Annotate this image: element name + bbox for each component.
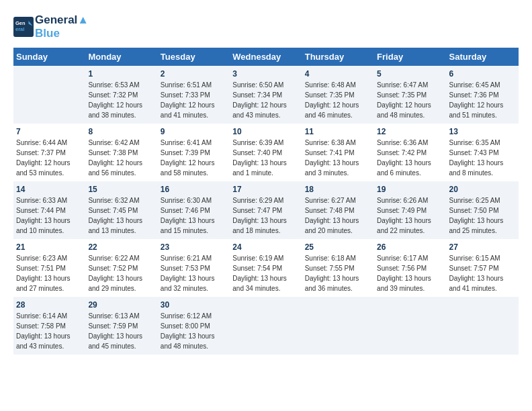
calendar-cell [13, 66, 85, 124]
day-info: Sunrise: 6:36 AMSunset: 7:42 PMDaylight:… [377, 138, 443, 178]
calendar-cell [374, 297, 446, 355]
calendar-cell: 21Sunrise: 6:23 AMSunset: 7:51 PMDayligh… [13, 239, 85, 297]
day-info: Sunrise: 6:39 AMSunset: 7:40 PMDaylight:… [232, 138, 299, 178]
col-saturday: Saturday [447, 48, 519, 66]
calendar-cell: 28Sunrise: 6:14 AMSunset: 7:58 PMDayligh… [13, 297, 85, 355]
day-number: 18 [305, 185, 371, 194]
day-number: 6 [449, 69, 516, 79]
svg-text:Gen: Gen [15, 20, 26, 26]
day-number: 14 [16, 185, 83, 194]
calendar-cell: 2Sunrise: 6:51 AMSunset: 7:33 PMDaylight… [158, 66, 230, 124]
day-number: 1 [88, 69, 154, 79]
day-number: 7 [16, 127, 83, 136]
day-number: 9 [161, 127, 227, 136]
calendar-cell: 24Sunrise: 6:19 AMSunset: 7:54 PMDayligh… [230, 239, 302, 297]
day-info: Sunrise: 6:44 AMSunset: 7:37 PMDaylight:… [16, 138, 83, 178]
calendar-cell: 17Sunrise: 6:29 AMSunset: 7:47 PMDayligh… [230, 181, 302, 239]
day-number: 11 [305, 127, 371, 136]
calendar-cell: 16Sunrise: 6:30 AMSunset: 7:46 PMDayligh… [158, 181, 230, 239]
day-info: Sunrise: 6:13 AMSunset: 7:59 PMDaylight:… [88, 311, 154, 351]
day-number: 25 [305, 242, 371, 252]
day-info: Sunrise: 6:22 AMSunset: 7:52 PMDaylight:… [88, 253, 154, 293]
logo-name: General▲ [35, 13, 89, 27]
calendar-week-row: 21Sunrise: 6:23 AMSunset: 7:51 PMDayligh… [13, 239, 519, 297]
calendar-cell: 6Sunrise: 6:45 AMSunset: 7:36 PMDaylight… [447, 66, 519, 124]
calendar-cell: 3Sunrise: 6:50 AMSunset: 7:34 PMDaylight… [230, 66, 302, 124]
calendar-cell: 12Sunrise: 6:36 AMSunset: 7:42 PMDayligh… [374, 124, 446, 181]
day-number: 2 [161, 69, 227, 79]
day-number: 27 [449, 242, 516, 252]
calendar-header-row: Sunday Monday Tuesday Wednesday Thursday… [13, 48, 519, 66]
day-info: Sunrise: 6:21 AMSunset: 7:53 PMDaylight:… [161, 253, 227, 293]
day-number: 20 [449, 185, 516, 194]
day-info: Sunrise: 6:41 AMSunset: 7:39 PMDaylight:… [161, 138, 227, 178]
calendar-cell: 20Sunrise: 6:25 AMSunset: 7:50 PMDayligh… [447, 181, 519, 239]
col-sunday: Sunday [13, 48, 85, 66]
calendar-table: Sunday Monday Tuesday Wednesday Thursday… [13, 48, 519, 355]
day-number: 29 [88, 300, 154, 310]
day-info: Sunrise: 6:30 AMSunset: 7:46 PMDaylight:… [161, 195, 227, 236]
day-info: Sunrise: 6:48 AMSunset: 7:35 PMDaylight:… [305, 80, 371, 120]
col-tuesday: Tuesday [158, 48, 230, 66]
col-monday: Monday [85, 48, 157, 66]
day-number: 19 [377, 185, 443, 194]
calendar-body: 1Sunrise: 6:53 AMSunset: 7:32 PMDaylight… [13, 66, 519, 355]
day-number: 12 [377, 127, 443, 136]
col-wednesday: Wednesday [230, 48, 302, 66]
day-number: 10 [232, 127, 299, 136]
day-info: Sunrise: 6:15 AMSunset: 7:57 PMDaylight:… [449, 253, 516, 293]
calendar-cell: 15Sunrise: 6:32 AMSunset: 7:45 PMDayligh… [85, 181, 157, 239]
day-info: Sunrise: 6:51 AMSunset: 7:33 PMDaylight:… [161, 80, 227, 120]
day-number: 13 [449, 127, 516, 136]
day-number: 4 [305, 69, 371, 79]
day-info: Sunrise: 6:26 AMSunset: 7:49 PMDaylight:… [377, 195, 443, 236]
day-info: Sunrise: 6:29 AMSunset: 7:47 PMDaylight:… [232, 195, 299, 236]
calendar-week-row: 7Sunrise: 6:44 AMSunset: 7:37 PMDaylight… [13, 124, 519, 181]
calendar-cell: 8Sunrise: 6:42 AMSunset: 7:38 PMDaylight… [85, 124, 157, 181]
calendar-cell: 27Sunrise: 6:15 AMSunset: 7:57 PMDayligh… [447, 239, 519, 297]
calendar-cell [447, 297, 519, 355]
day-info: Sunrise: 6:45 AMSunset: 7:36 PMDaylight:… [449, 80, 516, 120]
day-number: 5 [377, 69, 443, 79]
day-info: Sunrise: 6:47 AMSunset: 7:35 PMDaylight:… [377, 80, 443, 120]
calendar-cell: 9Sunrise: 6:41 AMSunset: 7:39 PMDaylight… [158, 124, 230, 181]
calendar-cell: 14Sunrise: 6:33 AMSunset: 7:44 PMDayligh… [13, 181, 85, 239]
day-info: Sunrise: 6:35 AMSunset: 7:43 PMDaylight:… [449, 138, 516, 178]
calendar-cell: 18Sunrise: 6:27 AMSunset: 7:48 PMDayligh… [302, 181, 374, 239]
day-number: 8 [88, 127, 154, 136]
day-number: 24 [232, 242, 299, 252]
day-number: 17 [232, 185, 299, 194]
calendar-cell: 26Sunrise: 6:17 AMSunset: 7:56 PMDayligh… [374, 239, 446, 297]
calendar-cell: 11Sunrise: 6:38 AMSunset: 7:41 PMDayligh… [302, 124, 374, 181]
day-info: Sunrise: 6:12 AMSunset: 8:00 PMDaylight:… [161, 311, 227, 351]
calendar-week-row: 14Sunrise: 6:33 AMSunset: 7:44 PMDayligh… [13, 181, 519, 239]
calendar-cell: 19Sunrise: 6:26 AMSunset: 7:49 PMDayligh… [374, 181, 446, 239]
day-info: Sunrise: 6:25 AMSunset: 7:50 PMDaylight:… [449, 195, 516, 236]
day-number: 22 [88, 242, 154, 252]
calendar-cell [302, 297, 374, 355]
day-number: 15 [88, 185, 154, 194]
day-info: Sunrise: 6:27 AMSunset: 7:48 PMDaylight:… [305, 195, 371, 236]
day-info: Sunrise: 6:32 AMSunset: 7:45 PMDaylight:… [88, 195, 154, 236]
day-number: 28 [16, 300, 83, 310]
day-info: Sunrise: 6:19 AMSunset: 7:54 PMDaylight:… [232, 253, 299, 293]
day-info: Sunrise: 6:42 AMSunset: 7:38 PMDaylight:… [88, 138, 154, 178]
calendar-cell: 10Sunrise: 6:39 AMSunset: 7:40 PMDayligh… [230, 124, 302, 181]
calendar-cell: 13Sunrise: 6:35 AMSunset: 7:43 PMDayligh… [447, 124, 519, 181]
logo-sub: Blue [35, 27, 89, 40]
calendar-cell: 22Sunrise: 6:22 AMSunset: 7:52 PMDayligh… [85, 239, 157, 297]
day-info: Sunrise: 6:14 AMSunset: 7:58 PMDaylight:… [16, 311, 83, 351]
calendar-week-row: 28Sunrise: 6:14 AMSunset: 7:58 PMDayligh… [13, 297, 519, 355]
day-number: 26 [377, 242, 443, 252]
day-info: Sunrise: 6:23 AMSunset: 7:51 PMDaylight:… [16, 253, 83, 293]
col-friday: Friday [374, 48, 446, 66]
col-thursday: Thursday [302, 48, 374, 66]
calendar-week-row: 1Sunrise: 6:53 AMSunset: 7:32 PMDaylight… [13, 66, 519, 124]
day-number: 21 [16, 242, 83, 252]
day-number: 23 [161, 242, 227, 252]
svg-text:eral: eral [15, 26, 24, 32]
day-info: Sunrise: 6:53 AMSunset: 7:32 PMDaylight:… [88, 80, 154, 120]
calendar-cell: 23Sunrise: 6:21 AMSunset: 7:53 PMDayligh… [158, 239, 230, 297]
day-info: Sunrise: 6:38 AMSunset: 7:41 PMDaylight:… [305, 138, 371, 178]
logo: Gen eral General▲ Blue [13, 13, 89, 41]
